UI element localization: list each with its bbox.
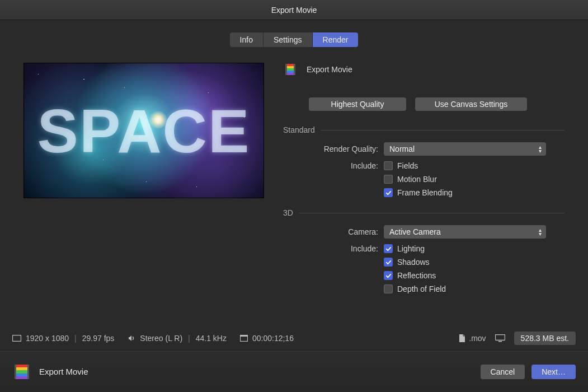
lighting-checkbox[interactable] xyxy=(384,244,393,253)
render-quality-value: Normal xyxy=(389,144,415,153)
status-audio: Stereo (L R) xyxy=(140,334,182,343)
status-sample-rate: 44.1 kHz xyxy=(196,334,227,343)
content-area: Info Settings Render SPACE Export Movie … xyxy=(0,20,588,351)
section-label-standard: Standard xyxy=(283,125,315,134)
tab-settings[interactable]: Settings xyxy=(264,32,313,47)
use-canvas-settings-button[interactable]: Use Canvas Settings xyxy=(415,97,527,111)
motion-blur-label: Motion Blur xyxy=(397,175,437,184)
divider xyxy=(299,213,565,213)
chevron-updown-icon: ▴▾ xyxy=(539,228,542,236)
divider xyxy=(321,130,565,130)
camera-value: Active Camera xyxy=(389,227,441,236)
bottom-title: Export Movie xyxy=(39,367,88,376)
filmstrip-icon xyxy=(283,64,298,75)
reflections-checkbox[interactable] xyxy=(384,271,393,280)
check-icon xyxy=(385,190,392,196)
timecode-icon xyxy=(240,335,248,342)
standard-include-label: Include: xyxy=(283,161,384,170)
file-icon xyxy=(459,334,465,342)
check-icon xyxy=(385,246,392,252)
check-icon xyxy=(385,273,392,279)
reflections-label: Reflections xyxy=(397,271,436,280)
render-quality-select[interactable]: Normal ▴▾ xyxy=(384,142,546,156)
titlebar: Export Movie xyxy=(0,0,588,20)
camera-select[interactable]: Active Camera ▴▾ xyxy=(384,225,546,239)
lighting-label: Lighting xyxy=(397,244,425,253)
fields-label: Fields xyxy=(397,161,418,170)
dimensions-icon xyxy=(12,335,21,342)
highest-quality-button[interactable]: Highest Quality xyxy=(309,97,406,111)
speaker-icon xyxy=(128,334,135,342)
filmstrip-icon xyxy=(12,365,31,379)
svg-rect-0 xyxy=(13,335,21,341)
window-title: Export Movie xyxy=(271,6,317,15)
bottom-bar: Export Movie Cancel Next… xyxy=(0,351,588,392)
status-fps: 29.97 fps xyxy=(82,334,115,343)
next-button[interactable]: Next… xyxy=(531,365,576,379)
fields-checkbox[interactable] xyxy=(384,161,393,170)
depth-of-field-label: Depth of Field xyxy=(397,284,446,293)
settings-panel: Export Movie Highest Quality Use Canvas … xyxy=(283,63,565,293)
check-icon xyxy=(385,259,392,265)
status-ext: .mov xyxy=(469,334,486,343)
status-duration: 00:00:12;16 xyxy=(252,334,294,343)
tabbar: Info Settings Render xyxy=(13,32,575,47)
status-size-estimate: 528.3 MB est. xyxy=(514,332,576,345)
tab-info[interactable]: Info xyxy=(230,32,264,47)
chevron-updown-icon: ▴▾ xyxy=(539,145,542,153)
panel-title: Export Movie xyxy=(307,65,352,74)
cancel-button[interactable]: Cancel xyxy=(481,365,525,379)
segmented-tabs: Info Settings Render xyxy=(230,32,359,47)
depth-of-field-checkbox[interactable] xyxy=(384,284,393,293)
preview-thumbnail: SPACE xyxy=(23,63,264,198)
shadows-checkbox[interactable] xyxy=(384,258,393,267)
frame-blending-label: Frame Blending xyxy=(397,188,453,197)
section-label-3d: 3D xyxy=(283,208,293,217)
status-dimensions: 1920 x 1080 xyxy=(26,334,69,343)
preview-text: SPACE xyxy=(24,63,264,198)
shadows-label: Shadows xyxy=(397,258,430,267)
svg-rect-2 xyxy=(240,335,247,337)
frame-blending-checkbox[interactable] xyxy=(384,188,393,197)
camera-label: Camera: xyxy=(283,227,384,236)
display-icon xyxy=(495,334,505,342)
3d-include-label: Include: xyxy=(283,244,384,253)
svg-rect-3 xyxy=(495,334,505,340)
tab-render[interactable]: Render xyxy=(313,32,359,47)
render-quality-label: Render Quality: xyxy=(283,144,384,153)
motion-blur-checkbox[interactable] xyxy=(384,175,393,184)
status-bar: 1920 x 1080 | 29.97 fps Stereo (L R) | 4… xyxy=(0,326,588,351)
svg-rect-4 xyxy=(498,341,502,342)
